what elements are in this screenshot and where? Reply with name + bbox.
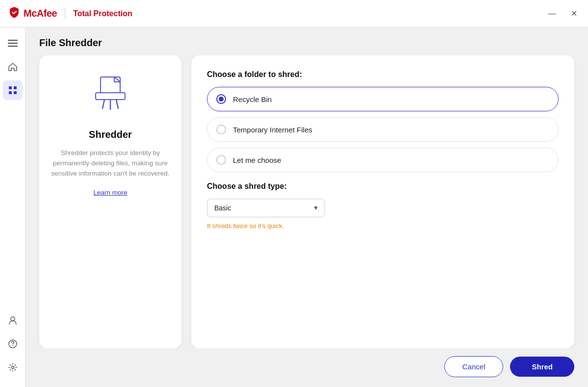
svg-rect-6 — [14, 91, 17, 94]
left-card-description: Shredder protects your identity by perma… — [51, 148, 170, 179]
page-header: File Shredder — [26, 27, 588, 55]
svg-rect-5 — [9, 91, 12, 94]
shred-hint-text: It shreds twice so it's quick. — [207, 222, 559, 230]
svg-rect-1 — [8, 43, 18, 44]
shred-button[interactable]: Shred — [510, 357, 574, 377]
mcafee-brand-text: McAfee — [24, 8, 57, 19]
sidebar-apps-icon[interactable] — [3, 80, 23, 100]
radio-option-temp-files[interactable]: Temporary Internet Files — [207, 117, 559, 142]
sidebar-profile-icon[interactable] — [3, 310, 23, 330]
shredder-illustration — [86, 73, 135, 119]
cancel-button[interactable]: Cancel — [444, 356, 504, 377]
svg-line-13 — [102, 100, 104, 108]
mcafee-shield-icon — [8, 6, 21, 22]
page-title: File Shredder — [39, 37, 574, 49]
sidebar-help-icon[interactable] — [3, 334, 23, 354]
svg-point-10 — [11, 366, 14, 369]
left-card-title: Shredder — [89, 129, 132, 140]
svg-point-9 — [12, 345, 13, 346]
radio-label-recycle: Recycle Bin — [233, 95, 272, 103]
title-divider — [65, 8, 65, 19]
svg-rect-12 — [96, 93, 125, 100]
shred-type-section: Choose a shred type: Basic Full Custom ▼… — [207, 182, 559, 230]
radio-label-choose: Let me choose — [233, 156, 281, 164]
shred-type-label: Choose a shred type: — [207, 182, 559, 191]
content-area: File Shredder — [26, 27, 588, 387]
sidebar-settings-icon[interactable] — [3, 358, 23, 377]
svg-rect-3 — [9, 86, 12, 89]
close-button[interactable]: ✕ — [568, 8, 580, 20]
product-name: Total Protection — [73, 9, 132, 18]
sidebar-home-icon[interactable] — [3, 57, 23, 77]
right-options-card: Choose a folder to shred: Recycle Bin Te… — [191, 55, 574, 348]
main-content: Shredder Shredder protects your identity… — [26, 55, 588, 348]
app-body: File Shredder — [0, 27, 588, 387]
radio-option-let-me-choose[interactable]: Let me choose — [207, 148, 559, 172]
window-controls: — ✕ — [545, 8, 580, 20]
title-bar: McAfee Total Protection — ✕ — [0, 0, 588, 27]
radio-label-temp: Temporary Internet Files — [233, 126, 312, 134]
svg-rect-4 — [14, 86, 17, 89]
radio-option-recycle-bin[interactable]: Recycle Bin — [207, 87, 559, 111]
bottom-actions: Cancel Shred — [26, 348, 588, 387]
left-info-card: Shredder Shredder protects your identity… — [39, 55, 181, 348]
radio-indicator-choose — [216, 155, 226, 165]
svg-point-7 — [11, 317, 15, 321]
sidebar-bottom-icons — [3, 310, 23, 381]
minimize-button[interactable]: — — [545, 8, 559, 20]
radio-indicator-recycle — [216, 94, 226, 104]
radio-dot — [219, 97, 224, 102]
folder-section-label: Choose a folder to shred: — [207, 70, 559, 79]
svg-rect-0 — [8, 40, 18, 41]
sidebar — [0, 27, 26, 387]
svg-rect-2 — [8, 46, 18, 47]
shred-type-select[interactable]: Basic Full Custom — [207, 199, 325, 217]
learn-more-button[interactable]: Learn more — [93, 189, 127, 196]
shred-type-select-wrapper: Basic Full Custom ▼ — [207, 199, 325, 217]
svg-line-15 — [116, 100, 118, 108]
brand-logo: McAfee Total Protection — [8, 6, 132, 22]
radio-indicator-temp — [216, 125, 226, 134]
sidebar-menu-icon[interactable] — [3, 33, 23, 53]
